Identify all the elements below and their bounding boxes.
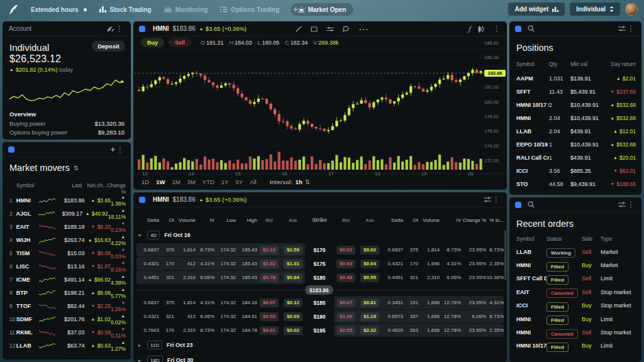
position-row[interactable]: HMNI2.04$10,439.91▲ $532.68 xyxy=(516,111,636,124)
search-icon[interactable] xyxy=(528,25,535,32)
option-bid-cell[interactable]: $1.02 xyxy=(257,260,281,268)
kebab-menu-icon[interactable]: ⋮ xyxy=(492,25,502,33)
position-row[interactable]: RALI Call Credit Spread1$439.91▲ $20.01 xyxy=(516,151,636,164)
position-row[interactable]: EEPO 10/19 $456 Put1$10,439.91▲ $532.68 xyxy=(516,138,636,151)
scrollbar-thumb[interactable] xyxy=(504,230,506,280)
option-bid-cell[interactable]: $0.01 xyxy=(334,246,358,255)
kebab-menu-icon[interactable]: ⋮ xyxy=(115,146,125,153)
user-avatar[interactable] xyxy=(625,3,638,16)
option-ask-cell[interactable]: $0.55 xyxy=(358,273,382,282)
kebab-menu-icon[interactable]: ⋮ xyxy=(626,25,636,33)
indicators-icon[interactable] xyxy=(326,26,334,32)
option-chain-row[interactable]: 0.43211704124.31%174.32185.43$1.02$1.31$… xyxy=(136,257,504,270)
market-mover-row[interactable]: 10SDMF$201.76▲ $1.02▲ 0.02% xyxy=(9,312,126,326)
position-row[interactable]: AAPM1.031$139.91▲ $2.01 xyxy=(516,72,636,85)
order-row[interactable]: SFFT Call Debit SpreadFilledSellLimit xyxy=(516,272,636,285)
timeframe-button[interactable]: 3M xyxy=(187,178,196,185)
timeframe-button[interactable]: YTD xyxy=(203,178,214,185)
candlestick-chart[interactable] xyxy=(135,40,487,176)
option-ask-cell[interactable]: $2.59 xyxy=(281,246,305,255)
order-row[interactable]: HMNIFilledBuyLimit xyxy=(516,312,636,326)
timeframe-button[interactable]: 1Y xyxy=(221,178,229,185)
feather-customize-icon[interactable] xyxy=(107,26,114,32)
account-menu-kebab-icon[interactable]: ⋮ xyxy=(114,25,125,33)
order-row[interactable]: ICCIFilledBuyStop market xyxy=(516,299,636,312)
market-mover-row[interactable]: 9TTOF$82.44▼ $2.25▼ 1.26% xyxy=(9,299,126,312)
option-bid-cell[interactable]: $0.67 xyxy=(334,299,358,307)
market-mover-row[interactable]: 8BTP$198.21▲ $8.09▲ 5.77% xyxy=(9,286,126,299)
market-mover-row[interactable]: 2AJGL$309.17▲ $40.92▲ 18.11% xyxy=(9,207,126,220)
timeframe-button[interactable]: All xyxy=(250,178,257,185)
fx-function-icon[interactable]: ƒ xyxy=(468,25,470,33)
add-icon[interactable]: + xyxy=(110,145,115,154)
tab-options-trading[interactable]: Options Trading xyxy=(220,6,279,13)
draw-line-tool-icon[interactable] xyxy=(296,26,302,32)
interval-selector[interactable]: Interval:1h⇅ xyxy=(270,178,310,185)
market-mover-row[interactable]: 4WIJH$263.74▲ $16.63▲ 4.22% xyxy=(9,233,126,246)
option-bid-cell[interactable]: $0.03 xyxy=(334,260,358,268)
extended-hours-toggle[interactable]: Extended hours xyxy=(31,6,87,13)
option-bid-cell[interactable]: $2.05 xyxy=(334,326,358,335)
order-row[interactable]: HMNICanceledSellStop market xyxy=(516,326,636,339)
search-icon[interactable] xyxy=(528,201,535,208)
option-chain-row[interactable]: 0.68373751,8144.31%174.32184.16$0.07$0.1… xyxy=(136,296,504,309)
widget-drag-handle[interactable] xyxy=(139,26,145,32)
option-ask-cell[interactable]: $0.03 xyxy=(281,312,305,321)
market-mover-row[interactable]: 5TISM$15.03▼ $0.08▼ 0.03% xyxy=(9,246,126,260)
option-bid-cell[interactable]: $1.06 xyxy=(334,312,358,321)
position-row[interactable]: HMNI 10/17 $195 Call2$10,439.91▲ $532.68 xyxy=(516,98,636,111)
add-widget-button[interactable]: Add widget xyxy=(508,3,565,16)
more-tools-icon[interactable]: ⋯ xyxy=(358,23,369,35)
option-ask-cell[interactable]: $0.02 xyxy=(358,246,382,255)
timeframe-button[interactable]: 1D xyxy=(142,178,149,185)
option-ask-cell[interactable]: $0.12 xyxy=(281,299,305,307)
position-row[interactable]: LLAB2.04$439.91▲ $12.01 xyxy=(516,124,636,138)
rectangle-tool-icon[interactable] xyxy=(311,26,318,32)
position-row[interactable]: ICCI3.56$885.35▼ $62.01 xyxy=(516,164,636,177)
option-bid-cell[interactable]: $0.48 xyxy=(334,273,358,282)
option-bid-cell[interactable]: $0.78 xyxy=(257,273,281,282)
market-mover-row[interactable]: 1HMNI$183.86▲ $3.65▲ 1.36% xyxy=(9,194,126,207)
option-chain-row[interactable]: 0.68373751,8148.73%174.32185.43$2.12$2.5… xyxy=(136,243,504,256)
market-mover-row[interactable]: 12LLAB$63.74▲ $0.63▲ 1.27% xyxy=(9,339,126,352)
option-bid-cell[interactable]: $0.07 xyxy=(257,299,281,307)
widget-drag-handle[interactable] xyxy=(515,202,521,208)
option-ask-cell[interactable]: $0.04 xyxy=(358,260,382,268)
tab-stock-trading[interactable]: Stock Trading xyxy=(99,6,152,13)
option-ask-cell[interactable]: $1.19 xyxy=(358,312,382,321)
kebab-menu-icon[interactable]: ⋮ xyxy=(491,196,501,204)
timeframe-button[interactable]: 1M xyxy=(172,178,180,185)
market-mover-row[interactable]: 3EAIT$189.18▼ $9.20▼ 0.23% xyxy=(9,220,126,233)
widget-drag-handle[interactable] xyxy=(8,146,14,153)
filter-sliders-icon[interactable] xyxy=(618,202,626,207)
order-row[interactable]: HMNI 10/17 $195 CallFilledBuyLimit xyxy=(516,339,636,353)
order-row[interactable]: LLABWorkingSellMarket xyxy=(516,245,636,258)
market-mover-row[interactable]: 11RKML$37.03▼ $0.59▼ 0.31% xyxy=(9,326,126,339)
option-chain-row[interactable]: 0.76431702,3108.73%174.32184.78$0.01$0.0… xyxy=(136,324,504,337)
option-expiry-group[interactable]: ▾4DFri Oct 16 xyxy=(136,228,504,243)
column-settings-icon[interactable] xyxy=(484,197,491,202)
timeframe-button[interactable]: 5Y xyxy=(235,178,243,185)
option-ask-cell[interactable]: $1.31 xyxy=(281,260,305,268)
candle-style-icon[interactable] xyxy=(478,26,484,33)
sort-icon[interactable]: ⇅ xyxy=(74,165,79,172)
option-expiry-group[interactable]: ▸18DFri Oct 30 xyxy=(136,353,504,362)
option-ask-cell[interactable]: $0.81 xyxy=(358,299,382,307)
option-ask-cell[interactable]: $0.84 xyxy=(281,273,305,282)
market-mover-row[interactable]: 7ICME$491.14▲ $96.02▲ 4.38% xyxy=(9,273,126,286)
widget-drag-handle[interactable] xyxy=(139,197,145,203)
market-mover-row[interactable]: 6LISC$13.16▼ $1.07▼ 9.16% xyxy=(9,260,126,273)
option-ask-cell[interactable]: $0.02 xyxy=(281,326,305,335)
kebab-menu-icon[interactable]: ⋮ xyxy=(626,201,636,209)
option-chain-row[interactable]: 0.43213214126.06%174.32184.51$0.02$0.03$… xyxy=(136,310,504,323)
option-expiry-group[interactable]: ▸11DFri Oct 23 xyxy=(136,337,504,353)
app-logo-feather-icon[interactable] xyxy=(9,4,18,15)
position-row[interactable]: STO44.58$9,439.91▼ $188.65 xyxy=(516,177,636,190)
option-bid-cell[interactable]: $0.01 xyxy=(257,326,281,335)
widget-drag-handle[interactable] xyxy=(515,26,521,32)
option-ask-cell[interactable]: $2.32 xyxy=(358,326,382,335)
tab-monitoring[interactable]: Monitoring xyxy=(164,6,208,13)
comment-bubble-icon[interactable] xyxy=(343,26,350,32)
option-bid-cell[interactable]: $2.12 xyxy=(257,246,281,255)
order-row[interactable]: HMNIFilledBuyMarket xyxy=(516,258,636,272)
